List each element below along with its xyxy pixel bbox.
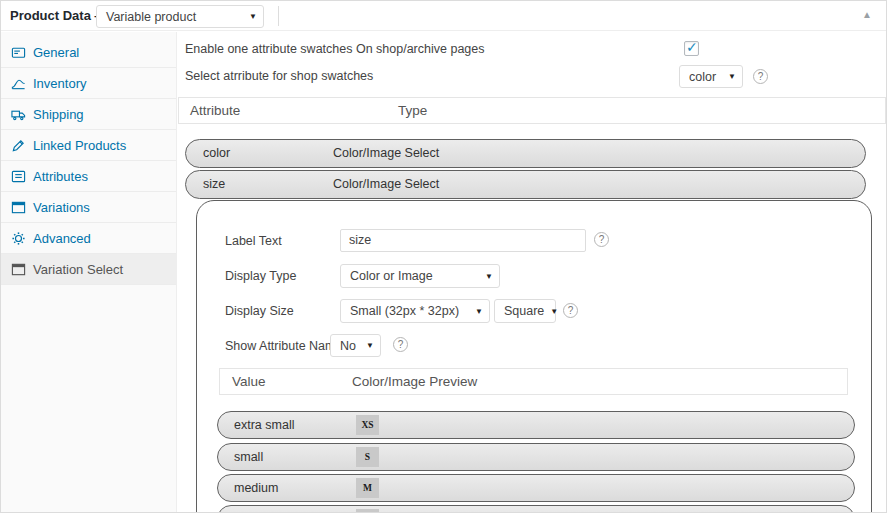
value-row-large[interactable]: large L — [217, 505, 855, 513]
help-icon[interactable] — [563, 303, 578, 318]
display-type-value: Color or Image — [350, 269, 433, 283]
label-text-label: Label Text — [225, 234, 282, 248]
value-preview-badge: S — [356, 447, 379, 467]
product-data-tabs: General Inventory Shipping Linked Produc… — [1, 32, 177, 513]
attribute-type: Color/Image Select — [333, 171, 439, 198]
size-attribute-settings-panel: Label Text size Display Type Color or Im… — [196, 200, 872, 513]
tab-label: Advanced — [33, 231, 91, 246]
tab-advanced[interactable]: Advanced — [1, 223, 176, 254]
tab-attributes[interactable]: Attributes — [1, 161, 176, 192]
shop-swatch-attribute-select[interactable]: color — [679, 65, 743, 88]
enable-swatches-label: Enable one attribute swatches On shop/ar… — [185, 42, 485, 56]
value-name: small — [234, 444, 263, 470]
collapse-toggle-icon[interactable] — [862, 9, 872, 20]
header-divider — [278, 6, 279, 26]
display-size-label: Display Size — [225, 304, 294, 318]
value-row-extra-small[interactable]: extra small XS — [217, 411, 855, 439]
value-column-header: Value — [232, 369, 266, 394]
value-row-small[interactable]: small S — [217, 443, 855, 471]
inventory-icon — [11, 76, 26, 91]
variations-icon — [11, 200, 26, 215]
value-preview-badge: L — [356, 509, 379, 513]
metabox-header: Product Data — Variable product — [1, 1, 886, 31]
product-type-select-value: Variable product — [106, 10, 196, 24]
preview-column-header: Color/Image Preview — [352, 369, 477, 394]
value-preview-badge: XS — [356, 415, 379, 435]
dropdown-caret-icon — [550, 307, 558, 316]
select-attribute-label: Select atrribute for shop swatches — [185, 69, 373, 83]
attribute-type: Color/Image Select — [333, 140, 439, 167]
page-title: Product Data — — [10, 8, 108, 23]
attribute-column-header: Attribute — [190, 98, 240, 123]
show-attribute-name-select[interactable]: No — [330, 334, 381, 357]
label-text-input[interactable]: size — [340, 229, 586, 252]
value-row-medium[interactable]: medium M — [217, 474, 855, 502]
dropdown-caret-icon — [475, 307, 483, 316]
tab-general[interactable]: General — [1, 37, 176, 68]
tab-linked-products[interactable]: Linked Products — [1, 130, 176, 161]
dropdown-caret-icon — [366, 341, 374, 350]
display-shape-value: Square — [504, 304, 544, 318]
tab-label: Attributes — [33, 169, 88, 184]
checkmark-icon — [686, 39, 698, 55]
attribute-name: size — [203, 171, 225, 198]
enable-swatches-checkbox[interactable] — [684, 41, 699, 56]
value-preview-badge: M — [356, 478, 379, 498]
attribute-row-size[interactable]: size Color/Image Select — [185, 170, 866, 199]
product-type-select[interactable]: Variable product — [96, 5, 264, 28]
tab-label: Variations — [33, 200, 90, 215]
tab-label: Variation Select — [33, 262, 123, 277]
help-icon[interactable] — [594, 232, 609, 247]
display-size-value: Small (32px * 32px) — [350, 304, 459, 318]
value-name: medium — [234, 475, 278, 501]
show-attribute-name-label: Show Attribute Name — [225, 339, 342, 353]
tab-shipping[interactable]: Shipping — [1, 99, 176, 130]
display-size-select[interactable]: Small (32px * 32px) — [340, 299, 490, 323]
help-icon[interactable] — [753, 69, 768, 84]
display-type-label: Display Type — [225, 269, 296, 283]
value-table-header: Value Color/Image Preview — [219, 368, 848, 395]
tab-label: Linked Products — [33, 138, 126, 153]
linked-products-icon — [11, 138, 26, 153]
attribute-row-color[interactable]: color Color/Image Select — [185, 139, 866, 168]
tab-variation-select[interactable]: Variation Select — [1, 254, 176, 285]
attribute-table-header: Attribute Type — [178, 97, 886, 124]
display-type-select[interactable]: Color or Image — [340, 264, 500, 288]
tab-variations[interactable]: Variations — [1, 192, 176, 223]
show-attribute-name-value: No — [340, 339, 356, 353]
dropdown-caret-icon — [728, 72, 736, 81]
help-icon[interactable] — [393, 337, 408, 352]
general-icon — [11, 45, 26, 60]
dropdown-caret-icon — [249, 12, 257, 21]
shop-swatch-attribute-value: color — [689, 70, 716, 84]
tab-inventory[interactable]: Inventory — [1, 68, 176, 99]
attribute-name: color — [203, 140, 230, 167]
type-column-header: Type — [398, 98, 427, 123]
dropdown-caret-icon — [485, 272, 493, 281]
display-shape-select[interactable]: Square — [494, 299, 556, 323]
product-data-metabox: Product Data — Variable product General … — [0, 0, 887, 513]
tab-label: General — [33, 45, 79, 60]
value-name: extra small — [234, 412, 294, 438]
variation-select-icon — [11, 262, 26, 277]
advanced-icon — [11, 231, 26, 246]
shipping-icon — [11, 107, 26, 122]
tab-label: Inventory — [33, 76, 86, 91]
value-name: large — [234, 506, 262, 513]
attributes-icon — [11, 169, 26, 184]
variation-select-panel: Enable one attribute swatches On shop/ar… — [178, 32, 885, 512]
tab-label: Shipping — [33, 107, 84, 122]
